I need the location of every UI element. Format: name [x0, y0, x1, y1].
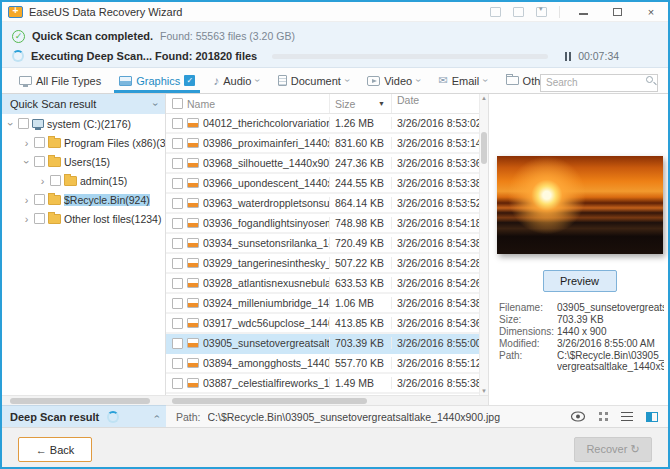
row-checkbox[interactable]: [172, 278, 183, 289]
search-icon[interactable]: [646, 76, 653, 83]
row-checkbox[interactable]: [172, 338, 183, 349]
tree-item[interactable]: ›admin(15): [2, 171, 165, 190]
file-type-filter-bar: All File Types Graphics ✓ ♪ Audio › Docu…: [2, 68, 668, 94]
maximize-button[interactable]: [606, 6, 628, 18]
row-checkbox[interactable]: [172, 358, 183, 369]
preview-eye-icon[interactable]: [570, 411, 586, 422]
tree-item[interactable]: ›system (C:)(2176): [2, 114, 165, 133]
tree-checkbox[interactable]: [34, 137, 45, 148]
tree-item[interactable]: ›$Recycle.Bin(924): [2, 190, 165, 209]
close-button[interactable]: ×: [640, 6, 662, 18]
chevron-down-icon[interactable]: ›: [150, 102, 161, 105]
table-row[interactable]: 03924_milleniumbridge_1440x9...1.06 MB3/…: [166, 294, 488, 314]
back-button[interactable]: ← Back: [18, 437, 92, 462]
tree-checkbox[interactable]: [34, 194, 45, 205]
tree-item[interactable]: ›Users(15): [2, 152, 165, 171]
minimize-button[interactable]: [572, 6, 594, 18]
details-view-icon[interactable]: [646, 412, 658, 422]
list-view-icon[interactable]: [621, 412, 633, 421]
chevron-down-icon[interactable]: ›: [413, 79, 424, 82]
file-date: 3/26/2016 8:53:38 AM: [391, 177, 488, 189]
column-date[interactable]: Date: [391, 94, 488, 113]
filter-video[interactable]: Video ›: [358, 68, 429, 93]
filter-audio[interactable]: ♪ Audio ›: [204, 68, 268, 93]
chevron-down-icon[interactable]: ›: [253, 79, 264, 82]
chevron-up-icon[interactable]: ›: [151, 415, 162, 418]
tree-horizontal-scrollbar[interactable]: [2, 395, 166, 405]
file-size: 1.49 MB: [329, 377, 391, 389]
table-row[interactable]: 03963_waterdroppletsonsunro...864.14 KB3…: [166, 194, 488, 214]
filter-graphics[interactable]: Graphics ✓: [110, 68, 204, 93]
tree-checkbox[interactable]: [34, 156, 45, 167]
filter-document[interactable]: Document ›: [269, 68, 358, 93]
table-row[interactable]: 03917_wdc56upclose_1440x90...413.85 KB3/…: [166, 314, 488, 334]
quick-scan-status: ✓ Quick Scan completed. Found: 55563 fil…: [12, 28, 658, 44]
table-row[interactable]: 03929_tangerinesinthesky_1440...507.22 K…: [166, 254, 488, 274]
row-checkbox[interactable]: [172, 258, 183, 269]
expander-icon[interactable]: ›: [21, 157, 33, 166]
table-row[interactable]: 03936_fogandlightsinyosemite...748.98 KB…: [166, 214, 488, 234]
row-checkbox[interactable]: [172, 238, 183, 249]
filter-all-file-types[interactable]: All File Types: [10, 68, 110, 93]
image-file-icon: [187, 218, 199, 228]
row-checkbox[interactable]: [172, 318, 183, 329]
row-checkbox[interactable]: [172, 198, 183, 209]
vertical-scrollbar[interactable]: ▲ ▼: [479, 94, 488, 395]
info-label: Dimensions:: [499, 326, 557, 337]
recover-button[interactable]: Recover ↻: [574, 437, 652, 462]
file-date: 3/26/2016 8:55:00 AM: [391, 337, 488, 349]
table-row[interactable]: 03986_proximainferi_1440x900....831.60 K…: [166, 134, 488, 154]
select-all-checkbox[interactable]: [172, 98, 183, 109]
tree-checkbox[interactable]: [18, 118, 29, 129]
tree-checkbox[interactable]: [34, 213, 45, 224]
preview-button[interactable]: Preview: [543, 270, 617, 292]
row-checkbox[interactable]: [172, 378, 183, 389]
column-name[interactable]: Name: [187, 98, 215, 110]
table-row[interactable]: 03966_upondescent_1440x900....244.55 KB3…: [166, 174, 488, 194]
tree-checkbox[interactable]: [50, 175, 61, 186]
row-checkbox[interactable]: [172, 138, 183, 149]
tree-item[interactable]: ›Other lost files(1234): [2, 209, 165, 228]
deep-scan-result-header[interactable]: Deep Scan result ›: [2, 405, 166, 427]
device-icon[interactable]: [490, 7, 501, 17]
chevron-down-icon[interactable]: ›: [480, 79, 491, 82]
table-row[interactable]: 03968_silhouette_1440x900.jpg247.36 KB3/…: [166, 154, 488, 174]
window-menu-icon[interactable]: [536, 7, 547, 17]
scroll-down-icon[interactable]: ▼: [480, 388, 488, 394]
chat-icon[interactable]: [513, 7, 524, 17]
row-checkbox[interactable]: [172, 218, 183, 229]
table-row[interactable]: 03887_celestialfireworks_1440x...1.49 MB…: [166, 374, 488, 394]
table-row[interactable]: 03934_sunsetonsrilanka_1440x...720.49 KB…: [166, 234, 488, 254]
pause-button[interactable]: [565, 52, 571, 61]
file-size: 831.60 KB: [329, 137, 391, 149]
search-input[interactable]: [540, 74, 658, 92]
preview-thumbnail-image[interactable]: [497, 156, 663, 254]
row-checkbox[interactable]: [172, 158, 183, 169]
quick-scan-result-header[interactable]: Quick Scan result ›: [2, 94, 165, 114]
table-row[interactable]: 04012_therichcolorvariationsof...1.26 MB…: [166, 114, 488, 134]
row-checkbox[interactable]: [172, 178, 183, 189]
thumbnail-view-icon[interactable]: [599, 412, 608, 421]
table-row[interactable]: 03905_sunsetovergreatsaltlake...703.39 K…: [166, 334, 488, 354]
scroll-up-icon[interactable]: ▲: [480, 95, 488, 101]
expander-icon[interactable]: ›: [22, 194, 31, 206]
row-checkbox[interactable]: [172, 118, 183, 129]
table-horizontal-scrollbar[interactable]: [166, 395, 488, 405]
table-row[interactable]: 03894_amongghosts_1440x900...557.70 KB3/…: [166, 354, 488, 374]
expander-icon[interactable]: ›: [38, 175, 47, 187]
column-size[interactable]: Size ▼: [329, 94, 391, 113]
expander-icon[interactable]: ›: [5, 119, 17, 128]
chevron-down-icon[interactable]: ›: [342, 79, 353, 82]
row-checkbox[interactable]: [172, 298, 183, 309]
expander-icon[interactable]: ›: [22, 137, 31, 149]
sort-desc-icon[interactable]: ▼: [378, 100, 385, 107]
tree-item[interactable]: ›Program Files (x86)(3): [2, 133, 165, 152]
scrollbar-thumb[interactable]: [481, 132, 487, 164]
filter-email[interactable]: ✉ Email ›: [430, 68, 497, 93]
expander-icon[interactable]: ›: [22, 213, 31, 225]
quick-scan-found: Found: 55563 files (3.20 GB): [160, 30, 295, 42]
tree-item-label: Other lost files(1234): [64, 213, 161, 225]
file-date: 3/26/2016 8:54:28 AM: [391, 257, 488, 269]
graphics-checked-dropdown-icon[interactable]: ✓: [184, 75, 195, 86]
table-row[interactable]: 03928_atlantisnexusnebula_144...633.53 K…: [166, 274, 488, 294]
